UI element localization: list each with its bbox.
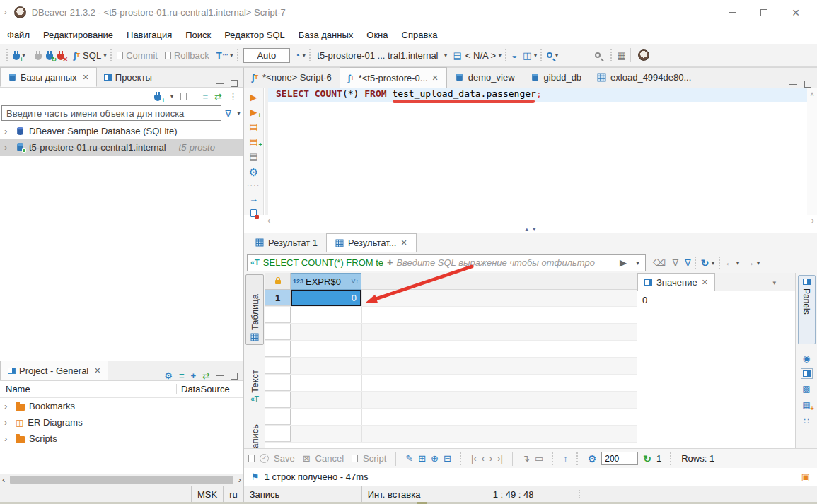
history-dropdown-icon[interactable]: ▾ <box>302 52 306 59</box>
export-data-icon[interactable]: ↑ <box>563 454 568 463</box>
grid-row-empty[interactable] <box>265 409 637 426</box>
maximize-editor-icon[interactable] <box>804 81 811 88</box>
calc-panel-icon[interactable]: ▦+ <box>802 401 810 409</box>
open-perspective-icon[interactable]: ▦ <box>617 51 625 60</box>
grid-row-empty[interactable] <box>265 426 637 443</box>
data-transfer-icon[interactable]: ▣ <box>801 472 810 481</box>
next-row-icon[interactable]: › <box>489 454 492 463</box>
explain-plan-icon[interactable]: ▤ <box>249 152 257 161</box>
close-icon[interactable]: ✕ <box>792 8 800 18</box>
panels-toggle-button[interactable]: Panels <box>798 275 816 344</box>
schema-dropdown-icon[interactable]: ▾ <box>498 52 502 59</box>
menu-file[interactable]: Файл <box>7 30 30 40</box>
network-dropdown-icon[interactable]: ▾ <box>533 52 537 59</box>
save-button[interactable]: Save <box>274 453 295 464</box>
insert-mode-indicator[interactable]: Инт. вставка <box>361 486 487 502</box>
commit-mode-select[interactable]: Auto <box>243 48 290 63</box>
fetch-size-input[interactable] <box>601 452 638 465</box>
connect-icon[interactable] <box>35 51 42 60</box>
minimize-editor-icon[interactable] <box>789 84 797 85</box>
tab-script-6[interactable]: ∫T *<none> Script-6 <box>244 67 340 88</box>
scroll-right-icon[interactable]: › <box>236 475 243 484</box>
transaction-history-icon[interactable]: ◔ <box>294 50 300 60</box>
new-connection-icon[interactable]: + <box>13 51 20 60</box>
menu-search[interactable]: Поиск <box>185 30 211 40</box>
schema-select[interactable]: < N/A > <box>465 50 496 61</box>
pin-icon[interactable]: ⚑ <box>251 472 260 481</box>
expander-icon[interactable]: › <box>4 417 11 428</box>
dropdown-icon[interactable]: ▾ <box>170 93 173 100</box>
filter-input-box[interactable]: «T SELECT COUNT(*) FROM te ✚ Введите SQL… <box>247 254 630 271</box>
tab-exload[interactable]: exload_4994de80... <box>589 67 699 88</box>
gear-icon[interactable]: ⚙ <box>249 167 258 177</box>
tab-script-7-active[interactable]: ∫T *<t5-prostore-0... ✕ <box>340 67 447 88</box>
refresh-icon[interactable]: ↻ <box>701 258 709 268</box>
filter-history-dropdown[interactable]: ▾ <box>630 254 646 271</box>
grid-row-1[interactable]: 1 0 <box>265 290 637 307</box>
menu-database[interactable]: База данных <box>299 30 353 40</box>
scroll-left-icon[interactable]: ‹ <box>0 475 7 484</box>
sql-search-icon[interactable] <box>547 52 552 58</box>
filter-sort-icon[interactable]: ∇↕ <box>351 278 359 285</box>
refresh-icon[interactable]: ↻ <box>643 454 651 464</box>
connection-dropdown-icon[interactable]: ▾ <box>444 52 448 59</box>
reconnect-icon[interactable]: ↻ <box>46 51 53 60</box>
tree-item-scripts[interactable]: › Scripts <box>0 430 243 447</box>
grid-corner-cell[interactable] <box>265 273 291 290</box>
tab-databases[interactable]: Базы данных ✕ <box>0 67 97 87</box>
nav-back-icon[interactable]: ← <box>725 258 734 267</box>
execute-statement-icon[interactable]: ▶ <box>250 93 257 102</box>
transaction-dropdown-icon[interactable]: ▾ <box>230 52 233 59</box>
menu-help[interactable]: Справка <box>402 30 438 40</box>
search-icon[interactable] <box>595 52 601 58</box>
open-new-window-icon[interactable] <box>248 455 255 462</box>
add-row-icon[interactable]: ⊞ <box>418 454 426 463</box>
filter-dropdown-icon[interactable]: ▾ <box>237 110 241 117</box>
execute-script-icon[interactable]: ▤ <box>249 122 257 131</box>
collapse-all-icon[interactable]: = <box>203 92 209 101</box>
tree-item-t5-prostore[interactable]: › t5-prostore-01.ru-central1.internal - … <box>0 139 243 156</box>
expand-filter-icon[interactable]: ✚ <box>387 259 393 266</box>
unsaved-file-icon[interactable] <box>250 209 257 217</box>
dashboard-icon[interactable]: ◒ <box>511 51 517 60</box>
grid-row-empty[interactable] <box>265 392 637 409</box>
tab-project-general[interactable]: Project - General ✕ <box>0 361 108 380</box>
aggregate-panel-icon[interactable]: ∷ <box>804 417 809 426</box>
expander-icon[interactable]: › <box>4 401 11 411</box>
refresh-dropdown-icon[interactable]: ▾ <box>712 259 715 266</box>
minimize-view-icon[interactable] <box>216 83 224 84</box>
search-input[interactable] <box>1 105 221 121</box>
link-editor-icon[interactable]: ⇄ <box>202 371 210 380</box>
value-panel-toggle-icon[interactable] <box>803 370 811 377</box>
execute-new-tab-icon[interactable]: ▶+ <box>250 107 257 117</box>
menu-window[interactable]: Окна <box>366 30 388 40</box>
delete-row-icon[interactable]: ⊟ <box>444 454 451 463</box>
result-grid[interactable]: 123 EXPR$0 ∇↕ 1 0 <box>265 273 637 448</box>
scrollbar-thumb[interactable] <box>10 476 233 484</box>
tree-item-sample-database[interactable]: › DBeaver Sample Database (SQLite) <box>0 123 243 139</box>
close-icon[interactable]: ✕ <box>94 366 100 375</box>
sql-editor[interactable]: ▶ ▶+ ▤ ▤+ ▤ ⚙ ···· → SELECT COUNT(*) FRO… <box>244 88 817 225</box>
scroll-right-icon[interactable]: › <box>811 215 814 225</box>
value-content[interactable]: 0 <box>637 291 795 309</box>
duplicate-row-icon[interactable]: ⊕ <box>431 454 439 463</box>
timezone-indicator[interactable]: MSK <box>191 486 223 502</box>
gear-icon[interactable]: ⚙ <box>588 454 597 464</box>
language-indicator[interactable]: ru <box>223 486 243 502</box>
horizontal-scrollbar[interactable]: ‹ › <box>265 215 817 225</box>
grid-row-empty[interactable] <box>265 358 637 375</box>
last-row-icon[interactable]: ›| <box>497 454 503 463</box>
column-header-expr0[interactable]: 123 EXPR$0 ∇↕ <box>291 273 361 290</box>
menu-edit[interactable]: Редактирование <box>43 30 113 40</box>
sql-line-1[interactable]: SELECT COUNT(*) FROM test_upload_data.pa… <box>265 88 807 102</box>
network-icon[interactable]: ◫ <box>523 51 531 60</box>
search-dropdown-icon[interactable]: ▾ <box>555 52 558 59</box>
close-icon[interactable]: ✕ <box>83 73 89 82</box>
scroll-left-icon[interactable]: ‹ <box>267 215 270 225</box>
export-result-icon[interactable]: → <box>249 194 258 204</box>
tab-projects[interactable]: Проекты <box>97 67 159 87</box>
execute-script-new-icon[interactable]: ▤+ <box>249 137 257 146</box>
vertical-scrollbar[interactable]: ∧ <box>807 88 817 215</box>
tree-item-bookmarks[interactable]: › Bookmarks <box>0 398 243 414</box>
rollback-button[interactable]: Rollback <box>174 50 209 61</box>
